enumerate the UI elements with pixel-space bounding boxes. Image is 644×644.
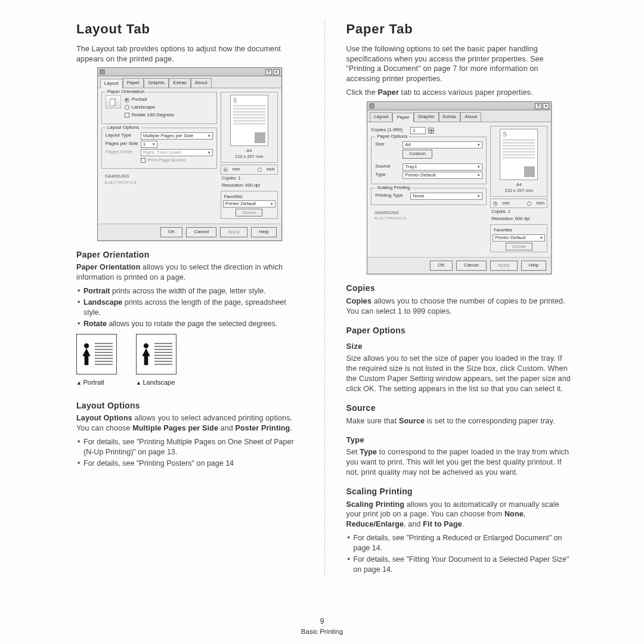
pages-per-side-label: Pages per Side <box>106 141 138 147</box>
samsung-logo: SAMSUNGELECTRONICS <box>371 209 487 222</box>
cancel-button[interactable]: Cancel <box>186 227 216 237</box>
list-item: For details, see "Printing a Reduced or … <box>348 533 573 553</box>
source-label: Source <box>375 163 400 170</box>
tab-about[interactable]: About <box>460 112 481 122</box>
tab-paper[interactable]: Paper <box>123 78 144 88</box>
help-button[interactable]: Help <box>521 261 546 271</box>
resolution-info: Resolution: 600 dpi <box>490 215 547 222</box>
help-icon[interactable]: ? <box>265 69 272 75</box>
orientation-icon <box>106 95 121 109</box>
size-label: Size <box>375 141 400 148</box>
page-number: 9 <box>0 617 644 626</box>
unit-mm-radio[interactable] <box>224 168 228 172</box>
landscape-label: Landscape <box>132 104 155 111</box>
paper-orientation-text: Paper Orientation allows you to select t… <box>76 262 303 283</box>
unit-inch-radio[interactable] <box>527 202 531 206</box>
unit-inch-radio[interactable] <box>258 168 262 172</box>
print-border-label: Print Page Border <box>148 157 186 164</box>
preview-pane: S A4210 x 297 mm <box>490 126 547 197</box>
app-icon <box>100 69 105 75</box>
layout-options-heading: Layout Options <box>76 400 303 411</box>
rotate-checkbox[interactable] <box>125 113 129 117</box>
pages-per-side-select[interactable]: 1▾ <box>141 141 157 148</box>
rotate-label: Rotate 180 Degrees <box>132 112 175 119</box>
list-item: Landscape prints across the length of th… <box>78 298 303 318</box>
type-select[interactable]: Printer Default▾ <box>402 172 482 179</box>
page-order-label: Pages Order <box>106 149 138 156</box>
paper-tab-heading: Paper Tab <box>346 20 573 38</box>
portrait-radio[interactable] <box>125 98 129 103</box>
delete-button: Delete <box>506 243 532 250</box>
source-text: Make sure that Source is set to the corr… <box>346 416 573 426</box>
app-icon <box>369 103 374 109</box>
source-heading: Source <box>346 402 573 414</box>
close-icon[interactable]: × <box>273 69 280 75</box>
unit-mm-radio[interactable] <box>493 202 497 206</box>
type-text: Set Type to correspond to the paper load… <box>346 447 573 478</box>
layout-intro: The Layout tab provides options to adjus… <box>76 44 303 64</box>
favorites-title: Favorites <box>223 193 275 200</box>
close-icon[interactable]: × <box>543 103 549 109</box>
source-select[interactable]: Tray1▾ <box>402 163 482 171</box>
tab-graphic[interactable]: Graphic <box>144 78 169 88</box>
preview-pane: S A4210 x 297 mm <box>221 92 278 163</box>
help-button[interactable]: Help <box>251 227 276 237</box>
printing-type-label: Printing Type <box>375 193 408 199</box>
page-footer: 9 Basic Printing <box>0 617 644 637</box>
layout-tab-heading: Layout Tab <box>76 20 303 38</box>
landscape-thumbnail <box>136 334 177 374</box>
ok-button[interactable]: OK <box>160 227 183 237</box>
paper-intro2: Click the Paper tab to access various pa… <box>346 88 573 98</box>
svg-rect-1 <box>110 100 114 106</box>
apply-button: Apply <box>220 227 247 237</box>
layout-dialog: ? × Layout Paper Graphic Extras About Pa… <box>97 67 282 240</box>
help-icon[interactable]: ? <box>535 103 541 109</box>
list-item: Rotate allows you to rotate the page the… <box>78 319 303 329</box>
favorites-select[interactable]: Printer Default▾ <box>223 200 275 208</box>
favorites-title: Favorites <box>493 227 545 234</box>
svg-point-2 <box>84 343 89 348</box>
copies-info: Copies: 1 <box>221 175 278 182</box>
paper-options-heading: Paper Options <box>346 325 573 336</box>
svg-point-3 <box>144 343 148 348</box>
size-text: Size allows you to set the size of paper… <box>346 354 573 394</box>
list-item: For details, see "Printing Posters" on p… <box>78 459 303 469</box>
portrait-label: Portrait <box>132 97 147 103</box>
portrait-caption: Portrait <box>76 378 118 387</box>
ok-button[interactable]: OK <box>430 261 453 271</box>
group-title: Scaling Printing <box>375 185 412 191</box>
portrait-thumbnail <box>76 334 117 374</box>
type-heading: Type <box>346 435 573 445</box>
tab-extras[interactable]: Extras <box>169 78 191 88</box>
tab-about[interactable]: About <box>191 78 212 88</box>
tab-paper[interactable]: Paper <box>392 113 413 122</box>
landscape-radio[interactable] <box>125 105 129 110</box>
left-column: Layout Tab The Layout tab provides optio… <box>76 20 303 576</box>
tab-layout[interactable]: Layout <box>370 112 392 122</box>
custom-button[interactable]: Custom <box>402 150 432 159</box>
tab-layout[interactable]: Layout <box>100 79 123 88</box>
copies-label: Copies (1-999) <box>371 127 408 134</box>
spinner-down[interactable]: ▾ <box>428 131 434 134</box>
apply-button: Apply <box>490 261 518 271</box>
cancel-button[interactable]: Cancel <box>456 261 487 271</box>
list-item: For details, see "Printing Multiple Page… <box>78 437 303 457</box>
paper-orientation-heading: Paper Orientation <box>76 249 303 261</box>
paper-intro1: Use the following options to set the bas… <box>346 44 573 85</box>
samsung-logo: SAMSUNGELECTRONICS <box>101 172 217 186</box>
size-heading: Size <box>346 341 573 352</box>
page-order-select: Right, Then Down▾ <box>141 149 213 156</box>
type-label: Type <box>375 172 400 178</box>
copies-input[interactable]: 1 <box>410 127 426 134</box>
tab-graphic[interactable]: Graphic <box>414 112 439 122</box>
tab-extras[interactable]: Extras <box>439 112 461 122</box>
landscape-caption: Landscape <box>136 378 178 387</box>
favorites-select[interactable]: Printer Default▾ <box>493 234 545 242</box>
layout-type-select[interactable]: Multiple Pages per Side▾ <box>141 132 213 140</box>
size-select[interactable]: A4▾ <box>402 141 482 148</box>
layout-options-text: Layout Options allows you to select adva… <box>76 413 303 434</box>
group-title: Layout Options <box>106 125 141 131</box>
copies-info: Copies: 1 <box>490 208 547 215</box>
printing-type-select[interactable]: None▾ <box>410 193 482 200</box>
list-item: For details, see "Fitting Your Document … <box>348 555 573 575</box>
